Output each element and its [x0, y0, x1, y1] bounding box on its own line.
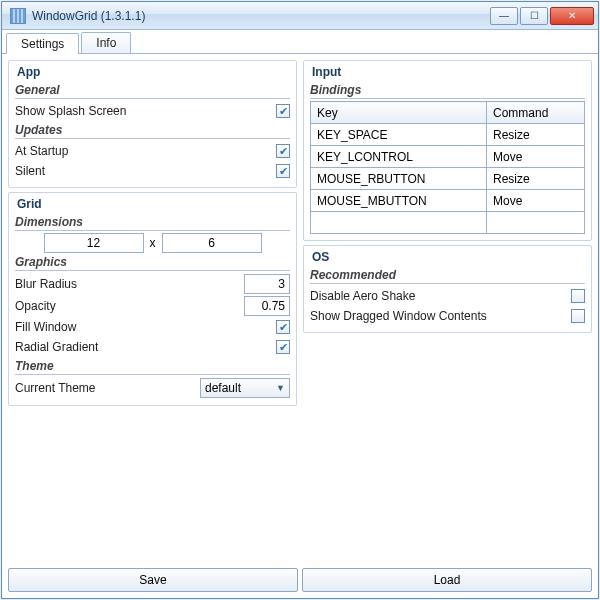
- binding-command-cell[interactable]: Move: [487, 190, 585, 212]
- table-row[interactable]: [311, 212, 585, 234]
- grid-group-title: Grid: [15, 197, 290, 213]
- splash-label: Show Splash Screen: [15, 104, 126, 118]
- graphics-heading: Graphics: [15, 255, 290, 271]
- table-row[interactable]: MOUSE_RBUTTONResize: [311, 168, 585, 190]
- fill-label: Fill Window: [15, 320, 76, 334]
- theme-heading: Theme: [15, 359, 290, 375]
- tab-settings[interactable]: Settings: [6, 33, 79, 54]
- save-button[interactable]: Save: [8, 568, 298, 592]
- grid-group: Grid Dimensions 12 x 6 Graphics Blur Rad…: [8, 192, 297, 406]
- tab-bar: Settings Info: [2, 30, 598, 53]
- opacity-input[interactable]: 0.75: [244, 296, 290, 316]
- rows-input[interactable]: 6: [162, 233, 262, 253]
- maximize-button[interactable]: ☐: [520, 7, 548, 25]
- tab-body: App General Show Splash Screen ✔ Updates…: [2, 53, 598, 598]
- aero-label: Disable Aero Shake: [310, 289, 415, 303]
- startup-checkbox[interactable]: ✔: [276, 144, 290, 158]
- window-title: WindowGrid (1.3.1.1): [32, 9, 490, 23]
- current-theme-label: Current Theme: [15, 381, 95, 395]
- tab-info[interactable]: Info: [81, 32, 131, 53]
- blur-label: Blur Radius: [15, 277, 77, 291]
- updates-heading: Updates: [15, 123, 290, 139]
- binding-command-cell[interactable]: Move: [487, 146, 585, 168]
- silent-label: Silent: [15, 164, 45, 178]
- window-buttons: — ☐ ✕: [490, 7, 594, 25]
- window: WindowGrid (1.3.1.1) — ☐ ✕ Settings Info…: [1, 1, 599, 599]
- recommended-heading: Recommended: [310, 268, 585, 284]
- titlebar[interactable]: WindowGrid (1.3.1.1) — ☐ ✕: [2, 2, 598, 30]
- binding-key-cell[interactable]: KEY_SPACE: [311, 124, 487, 146]
- blur-input[interactable]: 3: [244, 274, 290, 294]
- chevron-down-icon: ▼: [276, 383, 285, 393]
- table-row[interactable]: KEY_LCONTROLMove: [311, 146, 585, 168]
- dimensions-heading: Dimensions: [15, 215, 290, 231]
- binding-key-cell[interactable]: MOUSE_RBUTTON: [311, 168, 487, 190]
- table-row[interactable]: KEY_SPACEResize: [311, 124, 585, 146]
- drag-checkbox[interactable]: [571, 309, 585, 323]
- drag-label: Show Dragged Window Contents: [310, 309, 487, 323]
- app-group-title: App: [15, 65, 290, 81]
- binding-command-cell[interactable]: Resize: [487, 124, 585, 146]
- app-icon: [10, 8, 26, 24]
- splash-checkbox[interactable]: ✔: [276, 104, 290, 118]
- theme-select-value: default: [205, 381, 241, 395]
- binding-key-cell[interactable]: [311, 212, 487, 234]
- binding-key-cell[interactable]: MOUSE_MBUTTON: [311, 190, 487, 212]
- startup-label: At Startup: [15, 144, 68, 158]
- input-group-title: Input: [310, 65, 585, 81]
- opacity-label: Opacity: [15, 299, 56, 313]
- os-group: OS Recommended Disable Aero Shake Show D…: [303, 245, 592, 333]
- radial-label: Radial Gradient: [15, 340, 98, 354]
- table-row[interactable]: MOUSE_MBUTTONMove: [311, 190, 585, 212]
- aero-checkbox[interactable]: [571, 289, 585, 303]
- right-column: Input Bindings Key Command KEY_SPACEResi…: [303, 60, 592, 564]
- binding-command-cell[interactable]: Resize: [487, 168, 585, 190]
- input-group: Input Bindings Key Command KEY_SPACEResi…: [303, 60, 592, 241]
- binding-key-cell[interactable]: KEY_LCONTROL: [311, 146, 487, 168]
- dim-separator: x: [150, 236, 156, 250]
- close-button[interactable]: ✕: [550, 7, 594, 25]
- app-group: App General Show Splash Screen ✔ Updates…: [8, 60, 297, 188]
- general-heading: General: [15, 83, 290, 99]
- os-group-title: OS: [310, 250, 585, 266]
- bindings-key-header[interactable]: Key: [311, 102, 487, 124]
- minimize-button[interactable]: —: [490, 7, 518, 25]
- silent-checkbox[interactable]: ✔: [276, 164, 290, 178]
- radial-checkbox[interactable]: ✔: [276, 340, 290, 354]
- load-button[interactable]: Load: [302, 568, 592, 592]
- binding-command-cell[interactable]: [487, 212, 585, 234]
- theme-select[interactable]: default ▼: [200, 378, 290, 398]
- bindings-command-header[interactable]: Command: [487, 102, 585, 124]
- bindings-table[interactable]: Key Command KEY_SPACEResizeKEY_LCONTROLM…: [310, 101, 585, 234]
- left-column: App General Show Splash Screen ✔ Updates…: [8, 60, 297, 564]
- bindings-heading: Bindings: [310, 83, 585, 99]
- fill-checkbox[interactable]: ✔: [276, 320, 290, 334]
- cols-input[interactable]: 12: [44, 233, 144, 253]
- button-bar: Save Load: [8, 568, 592, 592]
